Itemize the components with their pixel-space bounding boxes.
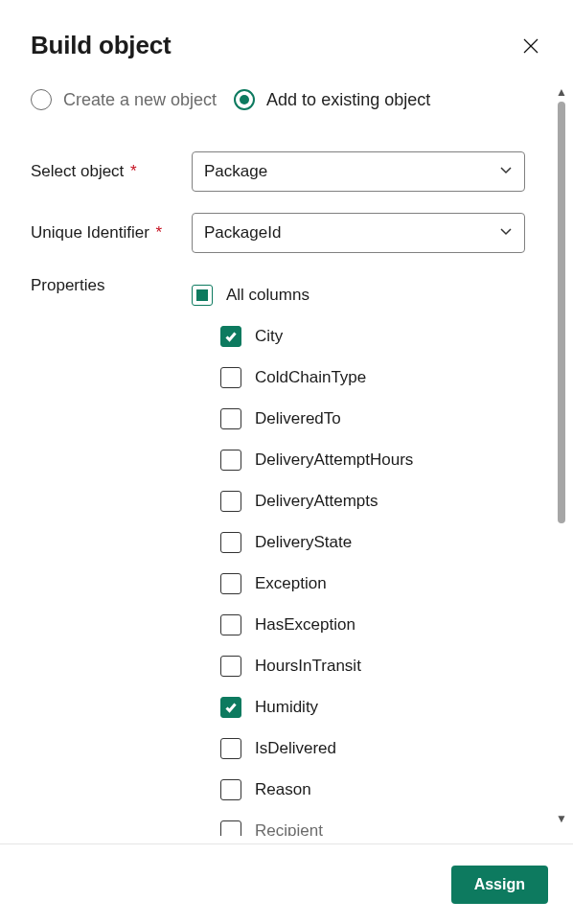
checkbox-column[interactable]: DeliveryAttempts <box>220 480 548 521</box>
radio-on-icon <box>234 89 255 110</box>
radio-create-label: Create a new object <box>63 90 217 110</box>
checkbox-checked-icon <box>220 697 241 718</box>
checkbox-unchecked-icon <box>220 656 241 677</box>
chevron-down-icon <box>499 223 513 243</box>
checkbox-indeterminate-icon <box>192 285 213 306</box>
select-object-label: Select object * <box>31 162 192 181</box>
column-label: Recipient <box>255 821 323 837</box>
checkbox-unchecked-icon <box>220 450 241 471</box>
panel-title: Build object <box>31 31 171 60</box>
panel-footer: Assign <box>0 843 573 924</box>
column-label: HasException <box>255 615 355 635</box>
properties-list: All columns CityColdChainTypeDeliveredTo… <box>192 274 548 836</box>
unique-identifier-row: Unique Identifier * PackageId <box>31 213 548 253</box>
close-icon <box>522 37 539 55</box>
checkbox-column[interactable]: DeliveryAttemptHours <box>220 439 548 480</box>
checkbox-column[interactable]: DeliveredTo <box>220 398 548 439</box>
column-label: DeliveryState <box>255 533 352 552</box>
checkbox-unchecked-icon <box>220 573 241 594</box>
checkbox-unchecked-icon <box>220 367 241 388</box>
column-label: Humidity <box>255 698 318 717</box>
assign-button[interactable]: Assign <box>451 866 548 904</box>
scroll-down-arrow-icon[interactable]: ▼ <box>556 813 567 824</box>
build-object-panel: Build object Create a new object Add to … <box>0 0 573 924</box>
unique-identifier-dropdown[interactable]: PackageId <box>192 213 525 253</box>
all-columns-label: All columns <box>226 286 309 305</box>
chevron-down-icon <box>499 162 513 181</box>
column-label: DeliveredTo <box>255 409 341 428</box>
mode-radio-group: Create a new object Add to existing obje… <box>31 84 548 115</box>
properties-row: Properties All columns CityColdChainType… <box>31 274 548 836</box>
column-label: Exception <box>255 574 327 593</box>
checkbox-column[interactable]: City <box>220 315 548 357</box>
scroll-up-arrow-icon[interactable]: ▲ <box>556 86 567 98</box>
close-button[interactable] <box>517 33 544 59</box>
radio-add-existing[interactable]: Add to existing object <box>234 89 430 110</box>
checkbox-unchecked-icon <box>220 614 241 635</box>
select-object-dropdown[interactable]: Package <box>192 151 525 192</box>
column-label: ColdChainType <box>255 368 366 387</box>
checkbox-column[interactable]: Humidity <box>220 686 548 728</box>
checkbox-column[interactable]: DeliveryState <box>220 521 548 563</box>
checkbox-column[interactable]: IsDelivered <box>220 728 548 769</box>
checkbox-column[interactable]: ColdChainType <box>220 357 548 398</box>
column-label: City <box>255 327 283 346</box>
checkbox-column[interactable]: HasException <box>220 604 548 645</box>
checkbox-unchecked-icon <box>220 491 241 512</box>
scroll-area: Create a new object Add to existing obje… <box>31 84 548 836</box>
properties-label: Properties <box>31 274 192 836</box>
column-label: DeliveryAttempts <box>255 492 378 511</box>
scrollbar[interactable]: ▲ ▼ <box>556 86 567 824</box>
checkbox-column[interactable]: Recipient <box>220 810 548 836</box>
checkbox-column[interactable]: HoursInTransit <box>220 645 548 686</box>
column-label: Reason <box>255 780 311 799</box>
unique-identifier-label: Unique Identifier * <box>31 223 192 243</box>
select-object-row: Select object * Package <box>31 151 548 192</box>
checkbox-unchecked-icon <box>220 820 241 837</box>
checkbox-column[interactable]: Exception <box>220 563 548 604</box>
checkbox-column[interactable]: Reason <box>220 769 548 810</box>
checkbox-unchecked-icon <box>220 532 241 553</box>
checkbox-unchecked-icon <box>220 779 241 800</box>
checkbox-checked-icon <box>220 326 241 347</box>
select-object-value: Package <box>204 162 267 181</box>
unique-identifier-value: PackageId <box>204 223 281 243</box>
checkbox-unchecked-icon <box>220 738 241 759</box>
radio-create-new[interactable]: Create a new object <box>31 89 217 110</box>
checkbox-unchecked-icon <box>220 408 241 429</box>
column-label: IsDelivered <box>255 739 336 758</box>
scroll-thumb[interactable] <box>558 102 565 523</box>
column-label: DeliveryAttemptHours <box>255 450 413 470</box>
checkbox-all-columns[interactable]: All columns <box>192 274 548 315</box>
radio-off-icon <box>31 89 52 110</box>
radio-add-label: Add to existing object <box>266 90 430 110</box>
column-label: HoursInTransit <box>255 657 361 676</box>
title-row: Build object <box>31 31 548 60</box>
